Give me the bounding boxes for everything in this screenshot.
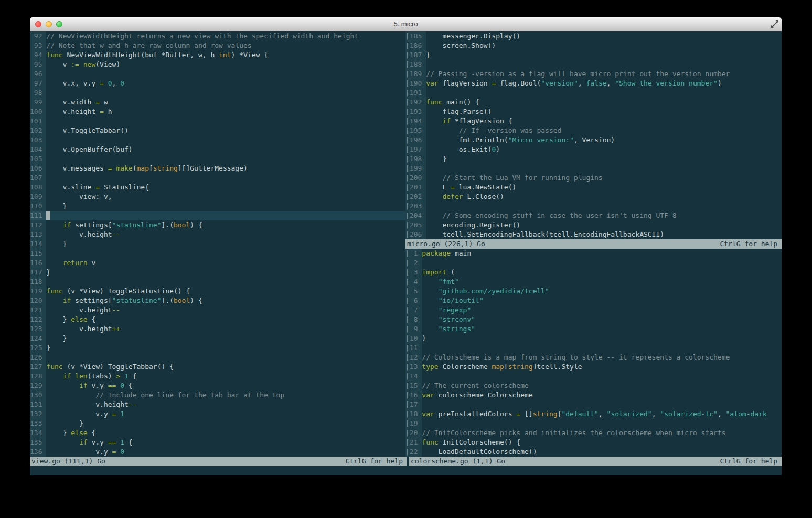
- code-line[interactable]: | 1 package main: [405, 249, 782, 258]
- window-titlebar[interactable]: 5. micro: [30, 17, 782, 31]
- code-line[interactable]: 132 v.y = 1: [30, 409, 405, 419]
- code-line[interactable]: 121 v.height--: [30, 305, 405, 315]
- code-line[interactable]: |192 func main() {: [405, 98, 782, 107]
- code-line[interactable]: 110 }: [30, 202, 405, 211]
- code-line[interactable]: |17: [405, 400, 782, 409]
- code-line[interactable]: |194 if *flagVersion {: [405, 117, 782, 126]
- code-line[interactable]: 136 v.y = 0: [30, 447, 405, 457]
- code-line[interactable]: 108 v.sline = Statusline{: [30, 183, 405, 192]
- fullscreen-icon[interactable]: [771, 20, 779, 28]
- code-line[interactable]: 124 }: [30, 334, 405, 343]
- code-line[interactable]: |14: [405, 372, 782, 381]
- code-line[interactable]: |199: [405, 164, 782, 173]
- code-line[interactable]: 107: [30, 173, 405, 183]
- code-line[interactable]: 97 v.x, v.y = 0, 0: [30, 79, 405, 88]
- code-line[interactable]: 104 v.OpenBuffer(buf): [30, 145, 405, 154]
- code-line[interactable]: |206 tcell.SetEncodingFallback(tcell.Enc…: [405, 230, 782, 239]
- code-line[interactable]: |197 os.Exit(0): [405, 145, 782, 154]
- code-line[interactable]: 126: [30, 353, 405, 362]
- code-line[interactable]: | 2: [405, 258, 782, 268]
- code-line[interactable]: |195 // If -version was passed: [405, 126, 782, 135]
- code-line[interactable]: |204 // Some encoding stuff in case the …: [405, 211, 782, 220]
- code-line[interactable]: |193 flag.Parse(): [405, 107, 782, 117]
- code-line[interactable]: 118: [30, 277, 405, 287]
- code-line[interactable]: 92 // NewViewWidthHeight returns a new v…: [30, 31, 405, 41]
- code-line[interactable]: |201 L = lua.NewState(): [405, 183, 782, 192]
- code-line[interactable]: |198 }: [405, 154, 782, 164]
- code-line[interactable]: |186 screen.Show(): [405, 41, 782, 50]
- code-line[interactable]: 130 // Include one line for the tab bar …: [30, 390, 405, 400]
- code-line[interactable]: 99 v.width = w: [30, 98, 405, 107]
- code-line[interactable]: |203: [405, 202, 782, 211]
- code-line[interactable]: 131 v.height--: [30, 400, 405, 409]
- code-line[interactable]: | 6 "io/ioutil": [405, 296, 782, 305]
- code-line[interactable]: |191: [405, 88, 782, 98]
- code-line[interactable]: |15 // The current colorscheme: [405, 381, 782, 390]
- line-number: |10: [405, 334, 422, 343]
- code-line[interactable]: 125 }: [30, 343, 405, 353]
- split-divider: |: [405, 344, 410, 352]
- code-line[interactable]: 106 v.messages = make(map[string][]Gutte…: [30, 164, 405, 173]
- code-line[interactable]: |188: [405, 60, 782, 69]
- pane-view-go[interactable]: 92 // NewViewWidthHeight returns a new v…: [30, 31, 405, 457]
- code-line[interactable]: | 9 "strings": [405, 324, 782, 334]
- code-line[interactable]: |13 type Colorscheme map[string]tcell.St…: [405, 362, 782, 372]
- command-line[interactable]: [30, 466, 782, 475]
- code-line[interactable]: |16 var colorscheme Colorscheme: [405, 390, 782, 400]
- code-line[interactable]: |20 // InitColorscheme picks and initial…: [405, 428, 782, 438]
- code-line[interactable]: 100 v.height = h: [30, 107, 405, 117]
- code-line[interactable]: 112 if settings["statusline"].(bool) {: [30, 220, 405, 230]
- code-line[interactable]: |18 var preInstalledColors = []string{"d…: [405, 409, 782, 419]
- code-line[interactable]: |185 messenger.Display(): [405, 31, 782, 41]
- code-line[interactable]: 123 v.height++: [30, 324, 405, 334]
- code-line[interactable]: 120 if settings["statusline"].(bool) {: [30, 296, 405, 305]
- code-line[interactable]: 134 } else {: [30, 428, 405, 438]
- code-line[interactable]: 128 if len(tabs) > 1 {: [30, 372, 405, 381]
- code-line[interactable]: |11: [405, 343, 782, 353]
- code-line[interactable]: 122 } else {: [30, 315, 405, 324]
- code-line[interactable]: |205 encoding.Register(): [405, 220, 782, 230]
- code-line[interactable]: 96: [30, 69, 405, 79]
- code-line[interactable]: 113 v.height--: [30, 230, 405, 239]
- code-line[interactable]: |19: [405, 419, 782, 428]
- code-line[interactable]: |22 LoadDefaultColorscheme(): [405, 447, 782, 457]
- code-line[interactable]: 116 return v: [30, 258, 405, 268]
- code-line[interactable]: 114 }: [30, 239, 405, 249]
- code-line[interactable]: 98: [30, 88, 405, 98]
- line-number: |201: [405, 183, 426, 192]
- code-line[interactable]: |202 defer L.Close(): [405, 192, 782, 202]
- code-line[interactable]: |196 fmt.Println("Micro version:", Versi…: [405, 135, 782, 145]
- pane-micro-go[interactable]: |185 messenger.Display()|186 screen.Show…: [405, 31, 782, 239]
- pane-colorscheme-go[interactable]: | 1 package main| 2 | 3 import (| 4 "fmt…: [405, 249, 782, 457]
- code-line[interactable]: 115: [30, 249, 405, 258]
- code-line[interactable]: 127 func (v *View) ToggleTabbar() {: [30, 362, 405, 372]
- bottom-status-row: view.go (111,1) Go CtrlG for help colors…: [30, 457, 782, 466]
- code-line[interactable]: 117 }: [30, 268, 405, 277]
- line-number: |203: [405, 202, 426, 211]
- code-line[interactable]: 129 if v.y == 0 {: [30, 381, 405, 390]
- code-line[interactable]: |12 // Colorscheme is a map from string …: [405, 353, 782, 362]
- code-line[interactable]: |10 ): [405, 334, 782, 343]
- code-line[interactable]: |21 func InitColorscheme() {: [405, 438, 782, 447]
- code-line[interactable]: | 4 "fmt": [405, 277, 782, 287]
- code-line[interactable]: 105: [30, 154, 405, 164]
- code-line[interactable]: 102 v.ToggleTabbar(): [30, 126, 405, 135]
- code-line[interactable]: | 8 "strconv": [405, 315, 782, 324]
- code-line[interactable]: 94 func NewViewWidthHeight(buf *Buffer, …: [30, 50, 405, 60]
- code-line[interactable]: |190 var flagVersion = flag.Bool("versio…: [405, 79, 782, 88]
- code-line[interactable]: 109 view: v,: [30, 192, 405, 202]
- code-line[interactable]: 103: [30, 135, 405, 145]
- code-line[interactable]: 119 func (v *View) ToggleStatusLine() {: [30, 287, 405, 296]
- code-line[interactable]: |189 // Passing -version as a flag will …: [405, 69, 782, 79]
- code-line[interactable]: 133 }: [30, 419, 405, 428]
- code-line[interactable]: 101: [30, 117, 405, 126]
- code-line[interactable]: | 7 "regexp": [405, 305, 782, 315]
- code-line[interactable]: |187 }: [405, 50, 782, 60]
- code-line[interactable]: 93 // Note that w and h are raw column a…: [30, 41, 405, 50]
- code-line[interactable]: |200 // Start the Lua VM for running plu…: [405, 173, 782, 183]
- code-line[interactable]: 111: [30, 211, 405, 220]
- code-line[interactable]: 95 v := new(View): [30, 60, 405, 69]
- code-line[interactable]: | 5 "github.com/zyedidia/tcell": [405, 287, 782, 296]
- code-line[interactable]: | 3 import (: [405, 268, 782, 277]
- code-line[interactable]: 135 if v.y == 1 {: [30, 438, 405, 447]
